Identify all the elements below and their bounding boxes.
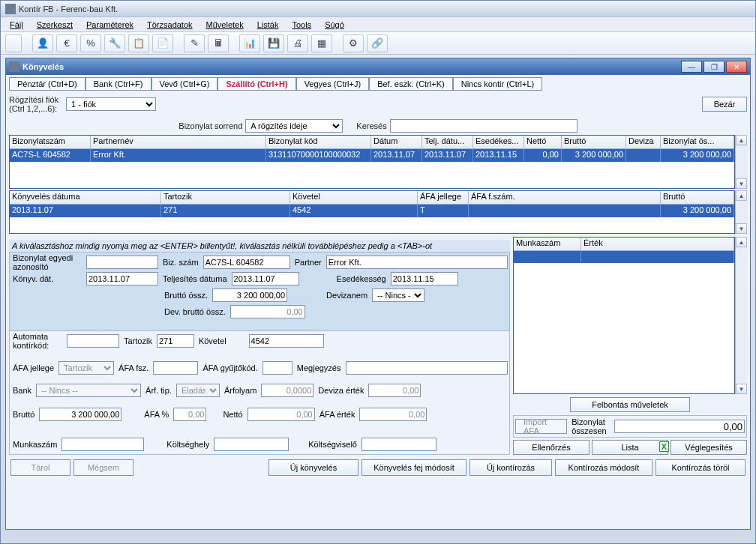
right-grid-header-ertek[interactable]: Érték	[581, 238, 734, 250]
right-grid-header-munkaszam[interactable]: Munkaszám	[514, 238, 581, 250]
netto-input[interactable]	[248, 408, 315, 421]
dev-brutto-input[interactable]	[230, 305, 305, 318]
bank-select[interactable]: -- Nincs --	[36, 384, 141, 397]
menu-master[interactable]: Törzsadatok	[141, 19, 199, 31]
tab-vevo[interactable]: Vevő (Ctrl+G)	[152, 77, 218, 91]
afapct-input[interactable]	[173, 408, 206, 421]
koltseghely-input[interactable]	[214, 438, 289, 451]
toolbar-gear-icon[interactable]: ⚙	[343, 34, 364, 52]
tab-bef[interactable]: Bef. eszk. (Ctrl+K)	[369, 77, 453, 91]
devizanem-select[interactable]: -- Nincs -	[372, 288, 424, 302]
grid1-header-esedekes[interactable]: Esedékes...	[473, 136, 524, 148]
bezar-button[interactable]: Bezár	[702, 97, 747, 112]
ellenorzes-button[interactable]: Ellenőrzés	[513, 440, 590, 455]
afagyujto-input[interactable]	[262, 361, 292, 375]
devizaertek-input[interactable]	[368, 384, 421, 397]
toolbar-sheet-icon[interactable]: 📄	[152, 34, 173, 52]
grid1-header-partnernev[interactable]: Partnernév	[91, 136, 266, 148]
scroll-down-icon[interactable]	[736, 223, 747, 234]
konyveles-fej-modosit-button[interactable]: Könyvelés fej módosít	[362, 459, 466, 476]
megsem-button[interactable]: Mégsem	[74, 459, 134, 476]
grid1-header-datum[interactable]: Dátum	[371, 136, 422, 148]
grid1-header-bizonylatkod[interactable]: Bizonylat kód	[266, 136, 371, 148]
grid2-header-kovetel[interactable]: Követel	[290, 191, 418, 204]
menu-tools[interactable]: Tools	[286, 19, 317, 31]
menu-file[interactable]: Fájl	[4, 19, 29, 31]
kovetel-input[interactable]	[249, 334, 324, 348]
toolbar-chart-icon[interactable]: 📊	[239, 34, 260, 52]
grid1-header-deviza[interactable]: Deviza	[626, 136, 661, 148]
arftip-select[interactable]: Eladási	[176, 384, 220, 397]
rogzitesi-fiok-select[interactable]: 1 - fiók	[66, 97, 156, 111]
tab-vegyes[interactable]: Vegyes (Ctrl+J)	[296, 77, 370, 91]
import-afa-button[interactable]: Import ÁFA	[515, 419, 567, 434]
toolbar-user-icon[interactable]: 👤	[32, 34, 53, 52]
bizonylat-sorrend-select[interactable]: A rögzítés ideje	[245, 119, 343, 133]
tab-nincs[interactable]: Nincs kontir (Ctrl+L)	[453, 77, 543, 91]
arfolyam-input[interactable]	[261, 384, 314, 397]
maximize-button[interactable]: ❐	[704, 61, 724, 73]
uj-kontirozas-button[interactable]: Új kontírozás	[470, 459, 552, 476]
menu-ops[interactable]: Műveletek	[200, 19, 250, 31]
scroll-down-icon[interactable]	[736, 178, 747, 189]
toolbar-table-icon[interactable]: ▦	[311, 34, 332, 52]
brutto-ossz-input[interactable]	[212, 288, 287, 302]
tarol-button[interactable]: Tárol	[10, 459, 70, 476]
grid2-header-afajellege[interactable]: ÁFA jellege	[418, 191, 469, 204]
kontirozas-torol-button[interactable]: Kontírozás töröl	[656, 459, 746, 476]
automata-input[interactable]	[67, 334, 119, 348]
megjegyzes-input[interactable]	[346, 361, 508, 375]
toolbar-wrench-icon[interactable]: 🔧	[104, 34, 125, 52]
brutto2-input[interactable]	[39, 408, 122, 421]
kontirozas-modosit-button[interactable]: Kontírozás módosít	[555, 459, 652, 476]
menu-edit[interactable]: Szerkeszt	[31, 19, 79, 31]
tab-bank[interactable]: Bank (Ctrl+F)	[86, 77, 152, 91]
grid1-row[interactable]: AC7S-L 604582 Error Kft. 313110700001000…	[10, 149, 734, 162]
right-grid-row[interactable]	[514, 251, 734, 263]
bizegyedi-input[interactable]	[86, 256, 158, 269]
grid1-header-netto[interactable]: Nettó	[524, 136, 562, 148]
grid2-header-brutto[interactable]: Bruttó	[661, 191, 734, 204]
tab-penztar[interactable]: Pénztár (Ctrl+D)	[9, 77, 86, 91]
grid2-row[interactable]: 2013.11.07 271 4542 T 3 200 000,00	[10, 205, 734, 217]
lista-button[interactable]: ListaX	[592, 440, 668, 455]
grid2-header-tartozik[interactable]: Tartozik	[161, 191, 290, 204]
scroll-down-icon[interactable]	[736, 384, 747, 394]
scroll-up-icon[interactable]	[736, 237, 747, 247]
menu-params[interactable]: Paraméterek	[80, 19, 140, 31]
munkaszam-input[interactable]	[62, 438, 144, 451]
afajellege-select[interactable]: Tartozik	[58, 361, 114, 375]
menu-help[interactable]: Súgó	[319, 19, 350, 31]
toolbar-percent-icon[interactable]: %	[80, 34, 101, 52]
grid1-header-bizonylatossz[interactable]: Bizonylat ös...	[661, 136, 734, 148]
konyvdat-input[interactable]	[86, 272, 158, 285]
toolbar-link-icon[interactable]: 🔗	[367, 34, 388, 52]
afafsz-input[interactable]	[153, 361, 198, 375]
bizszam-input[interactable]	[203, 256, 290, 269]
teljdat-input[interactable]	[232, 272, 299, 285]
toolbar-blank-icon[interactable]	[5, 34, 22, 52]
excel-icon[interactable]: X	[659, 441, 669, 452]
minimize-button[interactable]: —	[681, 61, 702, 73]
esedekesseg-input[interactable]	[391, 272, 458, 285]
tab-szallito[interactable]: Szállító (Ctrl+H)	[218, 77, 296, 91]
kereses-input[interactable]	[390, 119, 578, 133]
felbontas-button[interactable]: Felbontás műveletek	[570, 397, 690, 412]
toolbar-euro-icon[interactable]: €	[56, 34, 77, 52]
uj-konyveles-button[interactable]: Új könyvelés	[268, 459, 358, 476]
grid2-header-afafszam[interactable]: ÁFA f.szám.	[469, 191, 661, 204]
scroll-up-icon[interactable]	[736, 190, 747, 201]
partner-input[interactable]	[326, 256, 508, 269]
toolbar-edit-icon[interactable]: ✎	[184, 34, 205, 52]
tartozik-input[interactable]	[157, 334, 194, 348]
toolbar-clipboard-icon[interactable]: 📋	[128, 34, 149, 52]
toolbar-calc-icon[interactable]: 🖩	[208, 34, 229, 52]
grid1-header-brutto[interactable]: Bruttó	[562, 136, 626, 148]
veglegesites-button[interactable]: Véglegesítés	[670, 440, 747, 455]
grid1-header-bizonylatszam[interactable]: Bizonylatszám	[10, 136, 91, 148]
toolbar-print-icon[interactable]: 🖨	[287, 34, 308, 52]
scroll-up-icon[interactable]	[736, 135, 747, 145]
grid2-header-konyvdatum[interactable]: Könyvelés dátuma	[10, 191, 161, 204]
close-button[interactable]: ✕	[726, 61, 747, 73]
afaertek-input[interactable]	[359, 408, 427, 421]
